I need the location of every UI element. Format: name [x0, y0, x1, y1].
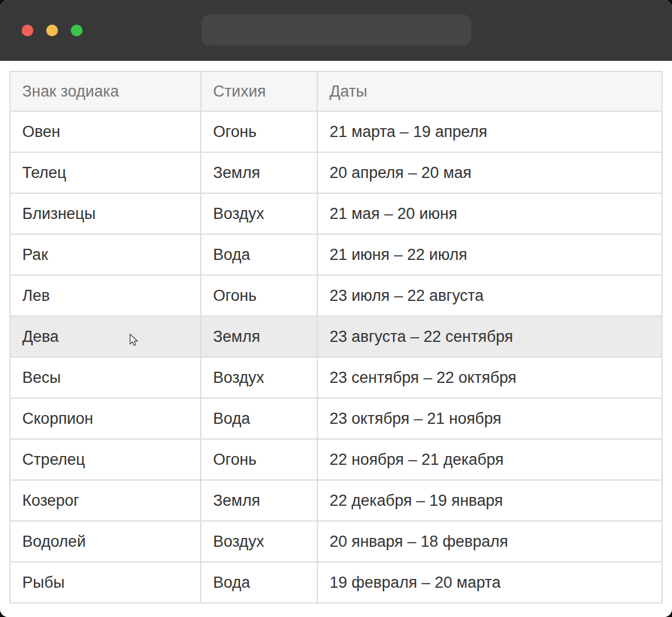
cell-dates: 23 октября – 21 ноября: [317, 398, 662, 439]
cell-element: Вода: [201, 562, 317, 603]
cell-element: Вода: [201, 234, 317, 275]
cell-sign: Овен: [10, 111, 201, 152]
cell-dates: 21 июня – 22 июля: [317, 234, 662, 275]
zoom-button[interactable]: [71, 25, 83, 36]
table-row[interactable]: СкорпионВода23 октября – 21 ноября: [10, 398, 662, 439]
table-row[interactable]: КозерогЗемля22 декабря – 19 января: [10, 480, 662, 521]
cell-element: Огонь: [201, 275, 317, 316]
cell-element: Огонь: [201, 439, 317, 480]
cell-sign: Лев: [10, 275, 201, 316]
table-row[interactable]: ВесыВоздух23 сентября – 22 октября: [10, 357, 662, 398]
table-row[interactable]: ВодолейВоздух20 января – 18 февраля: [10, 521, 662, 562]
cell-element: Воздух: [201, 357, 317, 398]
cell-sign: Водолей: [10, 521, 201, 562]
cell-sign: Скорпион: [10, 398, 201, 439]
cell-element: Воздух: [201, 521, 317, 562]
cell-element: Вода: [201, 398, 317, 439]
table-row[interactable]: ДеваЗемля23 августа – 22 сентября: [10, 316, 662, 357]
cell-sign: Телец: [10, 152, 201, 193]
cell-sign: Рак: [10, 234, 201, 275]
cell-sign: Козерог: [10, 480, 201, 521]
cell-sign: Близнецы: [10, 193, 201, 234]
titlebar: [0, 0, 672, 61]
cell-sign: Стрелец: [10, 439, 201, 480]
cell-dates: 23 июля – 22 августа: [317, 275, 662, 316]
cell-dates: 21 марта – 19 апреля: [317, 111, 662, 152]
table-row[interactable]: СтрелецОгонь22 ноября – 21 декабря: [10, 439, 662, 480]
column-header-dates: Даты: [317, 71, 662, 111]
page-content: Знак зодиакаСтихияДаты ОвенОгонь21 марта…: [0, 61, 672, 617]
cell-element: Воздух: [201, 193, 317, 234]
cell-element: Земля: [201, 480, 317, 521]
cell-sign: Весы: [10, 357, 201, 398]
cell-sign: Дева: [10, 316, 201, 357]
column-header-sign: Знак зодиака: [10, 71, 201, 111]
table-header-row: Знак зодиакаСтихияДаты: [10, 71, 662, 111]
cell-element: Огонь: [201, 111, 317, 152]
cell-dates: 23 сентября – 22 октября: [317, 357, 662, 398]
browser-window: Знак зодиакаСтихияДаты ОвенОгонь21 марта…: [0, 0, 672, 617]
minimize-button[interactable]: [46, 25, 58, 36]
cell-dates: 20 апреля – 20 мая: [317, 152, 662, 193]
cell-dates: 21 мая – 20 июня: [317, 193, 662, 234]
table-row[interactable]: ТелецЗемля20 апреля – 20 мая: [10, 152, 662, 193]
table-row[interactable]: РакВода21 июня – 22 июля: [10, 234, 662, 275]
cell-sign: Рыбы: [10, 562, 201, 603]
cell-element: Земля: [201, 316, 317, 357]
table-row[interactable]: ЛевОгонь23 июля – 22 августа: [10, 275, 662, 316]
table-row[interactable]: БлизнецыВоздух21 мая – 20 июня: [10, 193, 662, 234]
zodiac-table: Знак зодиакаСтихияДаты ОвенОгонь21 марта…: [9, 71, 663, 604]
close-button[interactable]: [22, 25, 33, 36]
cell-dates: 22 ноября – 21 декабря: [317, 439, 662, 480]
cell-dates: 20 января – 18 февраля: [317, 521, 662, 562]
cell-dates: 22 декабря – 19 января: [317, 480, 662, 521]
traffic-lights: [22, 25, 83, 36]
cell-dates: 19 февраля – 20 марта: [317, 562, 662, 603]
cell-element: Земля: [201, 152, 317, 193]
table-row[interactable]: ОвенОгонь21 марта – 19 апреля: [10, 111, 662, 152]
table-row[interactable]: РыбыВода19 февраля – 20 марта: [10, 562, 662, 603]
column-header-element: Стихия: [201, 71, 317, 111]
address-bar[interactable]: [201, 15, 471, 46]
cell-dates: 23 августа – 22 сентября: [317, 316, 662, 357]
